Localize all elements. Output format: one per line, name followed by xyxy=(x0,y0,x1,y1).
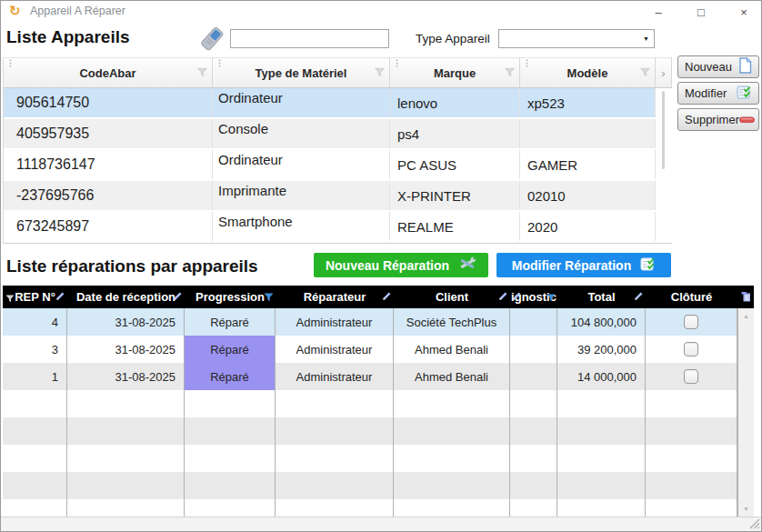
column-header-total[interactable]: Total xyxy=(557,286,646,308)
new-document-icon xyxy=(738,57,752,76)
cell-marque: PC ASUS xyxy=(390,150,520,179)
reparations-section-title: Liste réparations par appareils xyxy=(6,256,258,276)
modifier-button[interactable]: Modifier xyxy=(677,82,759,105)
cloture-checkbox[interactable] xyxy=(684,315,698,329)
column-header-client[interactable]: Client xyxy=(394,286,510,308)
cell xyxy=(646,417,737,445)
cell-reparateur: Administrateur xyxy=(276,336,394,363)
nouveau-reparation-button[interactable]: Nouveau Réparation xyxy=(314,253,488,277)
resize-grip[interactable] xyxy=(748,517,760,532)
app-window: ↻ Appareil A Réparer – □ × Liste Apparei… xyxy=(0,0,762,532)
barcode-scanner-icon xyxy=(197,25,226,56)
appareils-vertical-scrollbar[interactable] xyxy=(656,88,672,243)
nouveau-button[interactable]: Nouveau xyxy=(677,55,759,78)
column-label: Progression xyxy=(196,290,265,304)
minimize-icon[interactable]: – xyxy=(652,6,665,18)
column-header-cloture[interactable]: Clôturé xyxy=(646,286,737,308)
grip-dots-icon: ⋮ xyxy=(523,59,531,67)
grip-dots-icon: ⋮ xyxy=(216,59,224,67)
column-header-progression[interactable]: Progression xyxy=(185,286,276,308)
scroll-up-icon[interactable]: ▲ xyxy=(738,313,754,319)
cell xyxy=(394,390,510,417)
app-refresh-icon: ↻ xyxy=(9,4,21,17)
supprimer-button[interactable]: Supprimer xyxy=(677,108,759,131)
cell-cloture xyxy=(646,363,737,390)
titlebar: ↻ Appareil A Réparer – □ × xyxy=(1,1,761,23)
pencil-icon xyxy=(172,291,183,305)
column-header-rep[interactable]: REP N° xyxy=(3,286,67,308)
cell xyxy=(557,499,646,517)
filter-funnel-active-icon[interactable] xyxy=(264,291,274,305)
filter-funnel-icon[interactable] xyxy=(197,66,207,80)
cell-client: Ahmed Benali xyxy=(394,336,510,363)
column-header-date[interactable]: Date de réception xyxy=(67,286,185,308)
cell-reparateur: Administrateur xyxy=(276,308,394,336)
scroll-down-icon[interactable]: ▼ xyxy=(738,506,754,512)
cell xyxy=(394,445,510,472)
cell-progression: Réparé xyxy=(185,336,276,363)
column-header-reparateur[interactable]: Réparateur xyxy=(276,286,394,308)
column-chooser-icon[interactable] xyxy=(737,286,754,308)
column-header-diagnostic[interactable]: ignostic xyxy=(510,286,557,308)
cell xyxy=(276,390,394,417)
cell-client: Ahmed Benali xyxy=(394,363,510,390)
cell xyxy=(185,472,276,499)
cell xyxy=(557,390,646,417)
type-appareil-combobox[interactable]: ▼ xyxy=(498,29,655,48)
column-label: Client xyxy=(436,290,468,304)
appareil-row[interactable]: 673245897 Smartphone REALME 2020 xyxy=(4,212,672,243)
column-label: Clôturé xyxy=(671,290,713,304)
cloture-checkbox[interactable] xyxy=(684,342,698,356)
column-label: Total xyxy=(587,290,615,304)
cell-modele: 2020 xyxy=(520,212,656,241)
empty-row xyxy=(3,445,754,472)
pencil-icon xyxy=(381,291,392,305)
cell xyxy=(646,445,737,472)
pencil-icon xyxy=(55,291,65,305)
column-header-type[interactable]: ⋮ Type de Matériel xyxy=(213,57,390,88)
cell xyxy=(185,417,276,445)
reparation-row[interactable]: 1 31-08-2025 Réparé Administrateur Ahmed… xyxy=(3,363,754,390)
chevron-down-icon: ▼ xyxy=(643,35,649,42)
cell-client: Société TechPlus xyxy=(394,308,510,336)
filter-funnel-icon[interactable] xyxy=(640,66,650,80)
cell xyxy=(276,499,394,517)
empty-row xyxy=(3,499,754,517)
cell-date: 31-08-2025 xyxy=(67,308,185,336)
column-header-codeabar[interactable]: ⋮ CodeAbar xyxy=(4,57,213,88)
cell xyxy=(557,472,646,499)
cell xyxy=(3,390,67,417)
cell xyxy=(67,472,185,499)
appareil-row[interactable]: 405957935 Console ps4 xyxy=(4,119,672,150)
scrollbar-thumb[interactable] xyxy=(662,91,665,169)
filter-funnel-icon[interactable] xyxy=(505,66,515,80)
column-header-marque[interactable]: ⋮ Marque xyxy=(390,57,520,88)
appareil-row[interactable]: -237695766 Imprimante X-PRINTER 02010 xyxy=(4,181,672,212)
cell-codeabar: -237695766 xyxy=(4,181,213,210)
cell xyxy=(3,472,67,499)
column-header-modele[interactable]: ⋮ Modèle xyxy=(520,57,656,88)
filter-funnel-active-icon[interactable] xyxy=(546,291,556,305)
cell-marque: lenovo xyxy=(390,88,520,117)
modifier-reparation-button[interactable]: Modifier Réparation xyxy=(496,253,671,277)
scrollbar-chevron-icon[interactable]: › xyxy=(656,57,672,88)
reparations-vertical-scrollbar[interactable]: ▲ ▼ xyxy=(737,308,754,517)
cell xyxy=(67,445,185,472)
cell xyxy=(276,445,394,472)
cell-cloture xyxy=(646,308,737,336)
close-icon[interactable]: × xyxy=(737,6,750,18)
search-input[interactable] xyxy=(230,29,389,48)
cell-type: Ordinateur xyxy=(213,150,390,179)
cell-total: 104 800,000 xyxy=(557,308,646,336)
maximize-icon[interactable]: □ xyxy=(695,6,707,18)
reparations-table-header: REP N° Date de réception Progression Rép… xyxy=(3,286,754,308)
column-label: CodeAbar xyxy=(79,66,135,80)
appareil-row[interactable]: 905614750 Ordinateur lenovo xp523 xyxy=(4,88,672,119)
cloture-checkbox[interactable] xyxy=(684,369,698,384)
appareil-row[interactable]: 1118736147 Ordinateur PC ASUS GAMER xyxy=(4,150,672,181)
reparation-row[interactable]: 4 31-08-2025 Réparé Administrateur Socié… xyxy=(3,308,754,336)
filter-funnel-icon[interactable] xyxy=(375,66,385,80)
column-label: REP N° xyxy=(15,290,55,304)
reparation-row[interactable]: 3 31-08-2025 Réparé Administrateur Ahmed… xyxy=(3,336,754,363)
pencil-icon xyxy=(511,291,522,305)
